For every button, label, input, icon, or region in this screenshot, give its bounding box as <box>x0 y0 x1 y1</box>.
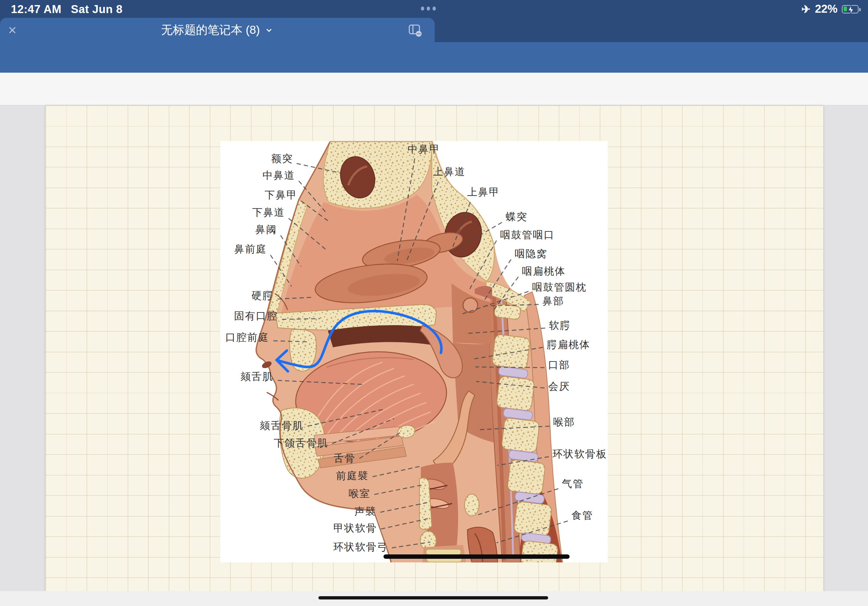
anatomy-label: 咽扁桃体 <box>522 265 566 277</box>
anatomy-label: 鼻阈 <box>255 223 277 235</box>
anatomy-label: 上鼻甲 <box>467 186 500 198</box>
anatomy-label: 颏舌肌 <box>240 371 273 383</box>
anatomy-label: 喉室 <box>349 488 370 499</box>
tab-bar: 无标题的笔记本 (8) <box>0 18 868 42</box>
anatomy-label: 咽鼓管咽口 <box>500 229 555 241</box>
anatomy-label: 腭扁桃体 <box>547 339 590 351</box>
notebook-tab[interactable]: 无标题的笔记本 (8) <box>0 18 435 42</box>
split-view-icon[interactable] <box>406 23 422 37</box>
anatomy-label: 咽鼓管圆枕 <box>532 281 587 293</box>
navigation-bar <box>0 42 868 73</box>
anatomy-label: 气管 <box>562 478 584 490</box>
anatomy-label: 鼻部 <box>542 295 564 307</box>
canvas-area: 额突中鼻道下鼻甲下鼻道鼻阈鼻前庭硬腭固有口腔口腔前庭颏舌肌颏舌骨肌下颌舌骨肌舌骨… <box>0 105 868 606</box>
anatomy-label: 咽隐窝 <box>515 248 547 260</box>
anatomy-label: 口腔前庭 <box>225 331 269 343</box>
anatomy-label: 固有口腔 <box>234 310 278 322</box>
black-marker-stroke[interactable] <box>383 554 570 559</box>
anatomy-label: 声襞 <box>354 506 376 517</box>
goodnotes-app: 12:47 AM Sat Jun 8 ✈ 22% 无标题的笔记本 (8) <box>0 0 868 606</box>
status-date: Sat Jun 8 <box>71 3 122 16</box>
anatomy-label: 口部 <box>548 359 570 371</box>
home-indicator[interactable] <box>318 596 548 600</box>
anatomy-label: 食管 <box>571 509 593 521</box>
anatomy-figure[interactable]: 额突中鼻道下鼻甲下鼻道鼻阈鼻前庭硬腭固有口腔口腔前庭颏舌肌颏舌骨肌下颌舌骨肌舌骨… <box>220 141 608 563</box>
anatomy-label: 额突 <box>271 153 293 165</box>
anatomy-label: 上鼻道 <box>433 166 466 178</box>
chevron-down-icon[interactable] <box>264 25 274 35</box>
multitasking-dots-icon[interactable] <box>421 6 436 11</box>
anatomy-label: 鼻前庭 <box>234 243 267 255</box>
anatomy-label: 颏舌骨肌 <box>260 420 304 431</box>
battery-charging-icon <box>842 5 859 14</box>
anatomy-label: 蝶突 <box>505 211 527 223</box>
anatomy-label: 硬腭 <box>251 289 273 301</box>
anatomy-label: 软腭 <box>549 319 571 331</box>
anatomy-label: 甲状软骨 <box>333 522 377 534</box>
tools-toolbar <box>0 73 868 105</box>
anatomy-label: 下鼻甲 <box>265 189 297 201</box>
anatomy-label: 环状软骨弓 <box>333 541 388 553</box>
status-bar: 12:47 AM Sat Jun 8 ✈ 22% <box>0 0 868 18</box>
anatomy-label: 中鼻道 <box>262 169 295 181</box>
anatomy-label: 中鼻甲 <box>408 143 440 155</box>
notebook-title[interactable]: 无标题的笔记本 (8) <box>161 22 260 38</box>
anatomy-label: 会厌 <box>548 380 570 393</box>
anatomy-label: 下鼻道 <box>252 206 285 218</box>
airplane-mode-icon: ✈ <box>801 3 811 15</box>
anatomy-label: 下颌舌骨肌 <box>274 437 328 449</box>
anatomy-label: 前庭襞 <box>336 470 369 482</box>
status-time: 12:47 AM <box>11 3 61 16</box>
anatomy-label: 舌骨 <box>334 452 355 464</box>
head-neck-sagittal-illustration: 额突中鼻道下鼻甲下鼻道鼻阈鼻前庭硬腭固有口腔口腔前庭颏舌肌颏舌骨肌下颌舌骨肌舌骨… <box>220 141 608 563</box>
battery-percent: 22% <box>815 3 837 15</box>
anatomy-label: 环状软骨板 <box>552 448 607 460</box>
anatomy-label: 喉部 <box>553 416 575 428</box>
